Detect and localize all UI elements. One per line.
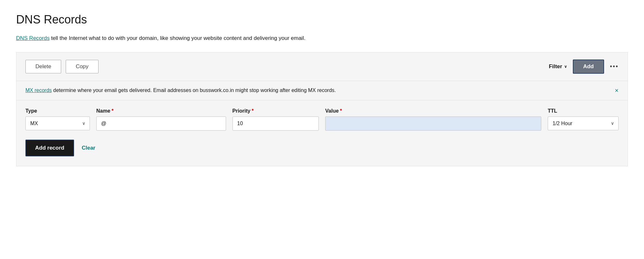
- toolbar-left: Delete Copy: [25, 60, 99, 73]
- form-actions: Add record Clear: [25, 140, 619, 156]
- priority-label: Priority *: [232, 108, 319, 114]
- add-button[interactable]: Add: [573, 60, 604, 74]
- type-label: Type: [25, 108, 90, 114]
- type-field-group: Type MX A CNAME TXT NS SOA SRV AAAA CAA …: [25, 108, 90, 130]
- page-description: DNS Records tell the Internet what to do…: [16, 34, 628, 42]
- add-record-button[interactable]: Add record: [25, 140, 74, 156]
- ttl-label: TTL: [548, 108, 619, 114]
- name-required-star: *: [112, 108, 114, 114]
- priority-required-star: *: [252, 108, 254, 114]
- dns-records-link[interactable]: DNS Records: [16, 35, 50, 41]
- name-label: Name *: [96, 108, 226, 114]
- copy-button[interactable]: Copy: [66, 60, 99, 73]
- info-banner: MX records determine where your email ge…: [16, 81, 628, 100]
- value-required-star: *: [340, 108, 342, 114]
- toolbar: Delete Copy Filter ∨ Add •••: [16, 52, 628, 81]
- form-section: Type MX A CNAME TXT NS SOA SRV AAAA CAA …: [16, 100, 628, 166]
- more-options-button[interactable]: •••: [610, 63, 619, 70]
- value-input[interactable]: [325, 116, 541, 131]
- value-field-group: Value *: [325, 108, 541, 131]
- value-label: Value *: [325, 108, 541, 114]
- chevron-down-icon: ∨: [564, 64, 567, 69]
- name-field-group: Name *: [96, 108, 226, 131]
- priority-field-group: Priority *: [232, 108, 319, 131]
- filter-button[interactable]: Filter ∨: [549, 63, 567, 70]
- name-input[interactable]: [96, 116, 226, 131]
- ttl-select-wrapper: 1/2 Hour 1 Hour 2 Hours 4 Hours 8 Hours …: [548, 116, 619, 130]
- type-select[interactable]: MX A CNAME TXT NS SOA SRV AAAA CAA: [25, 116, 90, 130]
- form-fields: Type MX A CNAME TXT NS SOA SRV AAAA CAA …: [25, 108, 619, 131]
- priority-input[interactable]: [232, 116, 319, 131]
- ttl-field-group: TTL 1/2 Hour 1 Hour 2 Hours 4 Hours 8 Ho…: [548, 108, 619, 130]
- type-select-wrapper: MX A CNAME TXT NS SOA SRV AAAA CAA ∨: [25, 116, 90, 130]
- toolbar-right: Filter ∨ Add •••: [549, 60, 619, 74]
- close-banner-button[interactable]: ×: [615, 87, 619, 94]
- mx-records-link[interactable]: MX records: [25, 88, 52, 93]
- page-title: DNS Records: [16, 13, 628, 26]
- ttl-select[interactable]: 1/2 Hour 1 Hour 2 Hours 4 Hours 8 Hours …: [548, 116, 619, 130]
- delete-button[interactable]: Delete: [25, 60, 61, 73]
- info-banner-text: MX records determine where your email ge…: [25, 88, 336, 93]
- clear-button[interactable]: Clear: [82, 145, 96, 151]
